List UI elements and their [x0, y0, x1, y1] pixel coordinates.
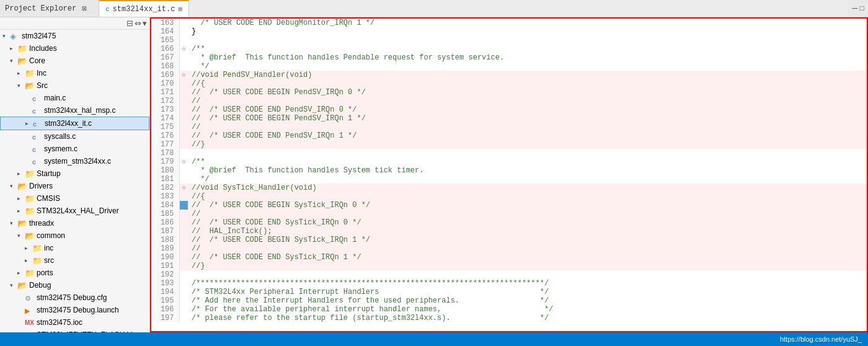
arrow-closed: ▸	[25, 242, 32, 254]
sidebar-item-label: stm32l475.ioc	[37, 317, 82, 328]
link-editor-icon[interactable]: ⇔	[135, 19, 141, 28]
line-number: 191	[151, 262, 179, 270]
sidebar-item-hal-driver[interactable]: ▸ 📁 STM32L4xx_HAL_Driver	[0, 205, 149, 217]
minimize-button[interactable]: ─	[852, 4, 857, 14]
c-file-icon: c	[32, 131, 42, 141]
sidebar-item-ioc[interactable]: MX stm32l475.ioc	[0, 316, 149, 329]
collapse-all-icon[interactable]: ⊟	[126, 19, 133, 28]
folder-icon: 📁	[32, 243, 42, 253]
fold-marker[interactable]	[179, 288, 188, 296]
table-row: 191//}	[151, 262, 867, 270]
fold-marker[interactable]: ⊖	[179, 157, 188, 166]
fold-marker[interactable]	[179, 201, 188, 210]
table-row: 177//}	[151, 140, 867, 149]
fold-marker[interactable]	[179, 262, 188, 270]
arrow-open: ▾	[10, 280, 17, 291]
fold-marker[interactable]	[179, 210, 188, 218]
sidebar-item-sysmem[interactable]: c sysmem.c	[0, 143, 149, 155]
sidebar-item-stm32l475[interactable]: ▾ ◈ stm32l475	[0, 30, 149, 42]
line-number: 181	[151, 175, 179, 184]
sidebar-item-threadx[interactable]: ▾ 📂 threadx	[0, 217, 149, 229]
fold-marker[interactable]	[179, 131, 188, 140]
sidebar-item-debug-cfg[interactable]: ⚙ stm32l475 Debug.cfg	[0, 291, 149, 304]
editor-tab-stm32l4xx-it[interactable]: c stm32l4xx_it.c ⊠	[99, 0, 189, 17]
sidebar-item-cmsis[interactable]: ▸ 📁 CMSIS	[0, 192, 149, 205]
fold-marker[interactable]	[179, 270, 188, 279]
sidebar-item-inc[interactable]: ▸ 📁 Inc	[0, 67, 149, 79]
fold-marker[interactable]: ⊖	[179, 184, 188, 192]
sidebar-item-ports[interactable]: ▸ 📁 ports	[0, 267, 149, 279]
table-row: 181 */	[151, 175, 867, 184]
fold-marker[interactable]	[179, 192, 188, 201]
code-line: /* Add here the Interrupt Handlers for t…	[188, 296, 867, 305]
table-row: 173// /* USER CODE END PendSV_IRQn 0 */	[151, 105, 867, 114]
line-number: 186	[151, 218, 179, 227]
sidebar-item-src2[interactable]: ▸ 📁 src	[0, 254, 149, 267]
folder-icon: 📁	[17, 43, 27, 53]
sidebar-item-label: stm32l475	[22, 30, 56, 42]
table-row: 192	[151, 270, 867, 279]
fold-marker[interactable]	[179, 166, 188, 175]
maximize-button[interactable]: □	[860, 4, 864, 13]
line-number: 168	[151, 62, 179, 71]
editor-panel: 163 /* USER CODE END DebugMonitor_IRQn 1…	[150, 17, 868, 332]
fold-marker[interactable]	[179, 296, 188, 305]
fold-marker[interactable]	[179, 123, 188, 131]
fold-marker[interactable]: ⊖	[179, 71, 188, 79]
sidebar-item-common[interactable]: ▾ 📂 common	[0, 229, 149, 242]
sidebar-item-debug[interactable]: ▾ 📂 Debug	[0, 279, 149, 291]
fold-marker[interactable]	[179, 227, 188, 236]
table-row: 187// HAL_IncTick();	[151, 227, 867, 236]
fold-marker[interactable]	[179, 36, 188, 45]
fold-marker[interactable]	[179, 236, 188, 244]
fold-marker[interactable]	[179, 97, 188, 105]
table-row: 190// /* USER CODE END SysTick_IRQn 1 */	[151, 253, 867, 262]
fold-marker[interactable]	[179, 19, 188, 27]
project-explorer-tab[interactable]: Project Explorer ⊠	[0, 0, 99, 17]
fold-marker[interactable]	[179, 149, 188, 157]
sidebar-toolbar: ⊟ ⇔ ▾	[0, 17, 149, 30]
project-explorer-close[interactable]: ⊠	[82, 4, 87, 14]
fold-marker[interactable]: ⊖	[179, 45, 188, 53]
sidebar-item-inc2[interactable]: ▸ 📁 inc	[0, 242, 149, 254]
status-url: https://blog.csdn.net/yuSJ_	[780, 335, 862, 343]
sidebar-item-debug-launch[interactable]: ▶ stm32l475 Debug.launch	[0, 304, 149, 316]
arrow-open: ▾	[17, 80, 25, 91]
sidebar-item-includes[interactable]: ▸ 📁 Includes	[0, 42, 149, 55]
fold-marker[interactable]	[179, 314, 188, 322]
fold-marker[interactable]	[179, 175, 188, 184]
sidebar-item-label: Inc	[37, 68, 46, 79]
fold-marker[interactable]	[179, 27, 188, 36]
editor-tab-close[interactable]: ⊠	[178, 5, 182, 13]
code-editor[interactable]: 163 /* USER CODE END DebugMonitor_IRQn 1…	[151, 19, 867, 331]
fold-marker[interactable]	[179, 253, 188, 262]
fold-marker[interactable]	[179, 114, 188, 123]
folder-icon: 📁	[25, 206, 35, 216]
fold-marker[interactable]	[179, 62, 188, 71]
sidebar-item-label: stm32l4xx_hal_msp.c	[44, 105, 115, 116]
sidebar-item-drivers[interactable]: ▾ 📂 Drivers	[0, 180, 149, 192]
sidebar-item-core[interactable]: ▾ 📂 Core	[0, 55, 149, 67]
fold-marker[interactable]	[179, 53, 188, 62]
view-menu-icon[interactable]: ▾	[143, 19, 147, 28]
fold-marker[interactable]	[179, 105, 188, 114]
fold-marker[interactable]	[179, 79, 188, 88]
fold-marker[interactable]	[179, 218, 188, 227]
fold-marker[interactable]	[179, 140, 188, 149]
table-row: 163 /* USER CODE END DebugMonitor_IRQn 1…	[151, 19, 867, 27]
sidebar-item-startup[interactable]: ▸ 📁 Startup	[0, 167, 149, 180]
sidebar-item-syscalls[interactable]: c syscalls.c	[0, 130, 149, 143]
sidebar-item-system[interactable]: c system_stm32l4xx.c	[0, 155, 149, 167]
fold-marker[interactable]	[179, 279, 188, 288]
sidebar-item-hal-msp[interactable]: c stm32l4xx_hal_msp.c	[0, 104, 149, 117]
fold-marker[interactable]	[179, 305, 188, 314]
fold-marker[interactable]	[179, 244, 188, 253]
fold-marker[interactable]	[179, 88, 188, 97]
arrow-open: ▾	[10, 55, 17, 66]
sidebar-item-it-c[interactable]: ▸ c stm32l4xx_it.c	[0, 117, 149, 130]
sidebar-item-main-c[interactable]: c main.c	[0, 92, 149, 104]
line-number: 177	[151, 140, 179, 149]
sidebar-item-label: STM32L4xx_HAL_Driver	[37, 205, 119, 216]
code-line: // /* USER CODE BEGIN PendSV_IRQn 0 */	[188, 88, 867, 97]
sidebar-item-src[interactable]: ▾ 📂 Src	[0, 79, 149, 92]
